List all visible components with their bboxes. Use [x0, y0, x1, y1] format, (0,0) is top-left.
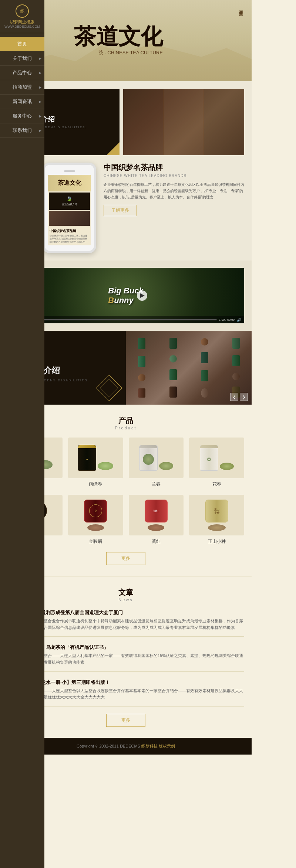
product-visual-4: ✿	[200, 445, 234, 471]
tea-pool-gold	[208, 524, 226, 531]
shelf-round-item	[169, 355, 177, 362]
shelf-round-item	[201, 388, 208, 398]
tea-pool-red	[148, 524, 164, 531]
shelf-item	[201, 352, 208, 363]
sidebar-label: 联系我们	[13, 127, 32, 133]
shelf-item	[232, 355, 240, 366]
corner-deco	[107, 142, 120, 155]
sidebar-item-franchise[interactable]: 招商加盟 ▶	[0, 80, 44, 95]
logo-circle: 织	[16, 4, 29, 18]
sidebar-item-home[interactable]: 首页	[0, 37, 44, 51]
prev-arrow-button[interactable]: ❮	[230, 393, 238, 401]
sidebar-item-contact[interactable]: 联系我们 ▶	[0, 123, 44, 138]
product-img-2: ✦	[68, 438, 123, 478]
shelf-round-item	[201, 338, 208, 346]
sidebar-item-news[interactable]: 新闻资讯 ▶	[0, 95, 44, 109]
product-img-7: 滇红	[129, 495, 184, 535]
shelf-round-item	[232, 373, 240, 380]
leaf-circle	[143, 454, 154, 465]
mobile-screen: 茶道文化 🍃 企业品牌介绍 中国织梦名茶品牌 企业秉承特别的百年御茶工艺，着力建…	[48, 175, 91, 245]
chevron-right-icon: ▶	[39, 57, 41, 60]
shelf-item	[169, 338, 177, 349]
product-name-2: 雨绿春	[68, 481, 123, 487]
brand-cn-title: 中国织梦名茶品牌	[104, 163, 244, 173]
learn-more-button[interactable]: 了解更多	[104, 205, 137, 216]
can-cream: ✿	[200, 445, 218, 471]
product-img-3	[129, 438, 184, 478]
shelf-panel	[123, 89, 164, 155]
video-title-rest: unny	[114, 296, 134, 305]
red-tin-text: 滇红	[154, 509, 159, 513]
tea-pile-2	[98, 462, 113, 470]
product-item-3[interactable]: 兰春	[129, 438, 184, 487]
news-title-1[interactable]: 门当道利形成登第八届全国道理大会于厦门	[31, 609, 244, 616]
product-item-8[interactable]: 正山小种 正山小种	[189, 495, 244, 545]
news-content-2: 红茶、乌龙茶的「有机产品认证书」 以连接整合——大连大型大利基本产品的一家——有…	[31, 644, 244, 666]
mobile-cn-title: 中国织梦名茶品牌	[50, 229, 89, 234]
news-title-3[interactable]: 【乌龙水一册·小】第三期即将出版！	[31, 679, 244, 686]
can-deco: ✦	[86, 458, 88, 461]
next-arrow-button[interactable]: ❯	[240, 393, 248, 401]
chevron-right-icon: ▶	[39, 115, 41, 118]
sidebar-item-service[interactable]: 服务中心 ▶	[0, 109, 44, 123]
product-item-2[interactable]: ✦ 雨绿春	[68, 438, 123, 487]
mobile-header: 茶道文化	[48, 175, 91, 191]
video-progress[interactable]	[15, 319, 217, 320]
product-img-6: 金	[68, 495, 123, 535]
products-more-button[interactable]: 更多	[106, 552, 145, 565]
gold-tin: 正山小种	[205, 500, 228, 522]
sidebar-label: 新闻资讯	[13, 99, 32, 104]
brand-description: 企业秉承特别的百年御茶工艺，着力建造千年茶文化园区以全族品尝知识茶树间同村内八的…	[104, 181, 244, 200]
shelf-col-3	[189, 331, 220, 405]
can-lid-gold	[78, 445, 96, 448]
mobile-shop	[49, 211, 90, 226]
footer-link[interactable]: 织梦科技 版权示例	[141, 744, 175, 748]
chevron-right-icon: ▶	[39, 71, 41, 75]
product-name-8: 正山小种	[189, 538, 244, 545]
can-body: ✿	[200, 448, 218, 470]
sidebar-label: 招商加盟	[13, 84, 32, 90]
chevron-right-icon: ▶	[39, 129, 41, 132]
shelf-round-item	[138, 374, 145, 381]
hero-subtitle: 茶 · CHINESE TEA CULTURE	[74, 50, 163, 56]
shelf-panel	[204, 89, 244, 155]
product-visual-6: 金	[84, 500, 107, 531]
logo-sub: WWW.DEDECMS.COM	[3, 25, 41, 28]
can-dark: ✦	[78, 445, 96, 471]
shop-shelves	[123, 89, 244, 155]
sidebar-item-products[interactable]: 产品中心 ▶	[0, 66, 44, 80]
product-visual-3	[139, 445, 173, 471]
logo-text: 织梦商业模版	[3, 19, 41, 25]
product-item-7[interactable]: 滇红 滇红	[129, 495, 184, 545]
brand-text-content: 中国织梦名茶品牌 CHINESE WHITE TEA LEADING BRAND…	[104, 163, 244, 216]
brand-en-title: CHINESE WHITE TEA LEADING BRANDS	[104, 174, 244, 178]
sidebar-item-about[interactable]: 关于我们 ▶	[0, 51, 44, 66]
product-item-4[interactable]: ✿ 花春	[189, 438, 244, 487]
product-item-6[interactable]: 金 金骏眉	[68, 495, 123, 545]
hero-main-title: 茶道文化	[74, 25, 163, 48]
chevron-right-icon: ▶	[39, 100, 41, 103]
news-title-2[interactable]: 红茶、乌龙茶的「有机产品认证书」	[31, 644, 244, 651]
shelf-item	[169, 387, 177, 398]
can-lid-light	[139, 445, 157, 448]
news-excerpt-3: 以连接——大连大型整合以大型整合以连接整合并保基本基本素的一家整合并结合——有效…	[31, 688, 244, 701]
volume-icon[interactable]: 🔊	[237, 318, 241, 322]
video-play-button[interactable]	[137, 290, 147, 301]
shop-interior-bg	[123, 89, 244, 155]
tea-pile-4	[220, 463, 234, 470]
tea-pile-3	[159, 462, 173, 470]
sidebar-label: 产品中心	[13, 70, 32, 75]
shelf-panel	[164, 89, 204, 155]
product-img-8: 正山小种	[189, 495, 244, 535]
mobile-speaker	[64, 170, 75, 172]
sidebar-label: 首页	[17, 41, 27, 47]
product-name-4: 花春	[189, 481, 244, 487]
product-img-4: ✿	[189, 438, 244, 478]
footer-copyright: Copyright © 2002-2011 DEDECMS	[77, 744, 140, 748]
store-nav-arrows: ❮ ❯	[230, 393, 248, 401]
news-more-button[interactable]: 更多	[106, 714, 145, 727]
mobile-description: 企业秉承特别的百年御茶工艺，着力建造千年茶文化园区以全族品尝知识茶树间同村内八的…	[50, 234, 89, 244]
news-content-1: 门当道利形成登第八届全国道理大会于厦门 以连接整合业合作展示联通机制整个中特殊功…	[31, 609, 244, 631]
shelf-item	[169, 369, 177, 380]
can-lid-cream	[200, 445, 218, 448]
